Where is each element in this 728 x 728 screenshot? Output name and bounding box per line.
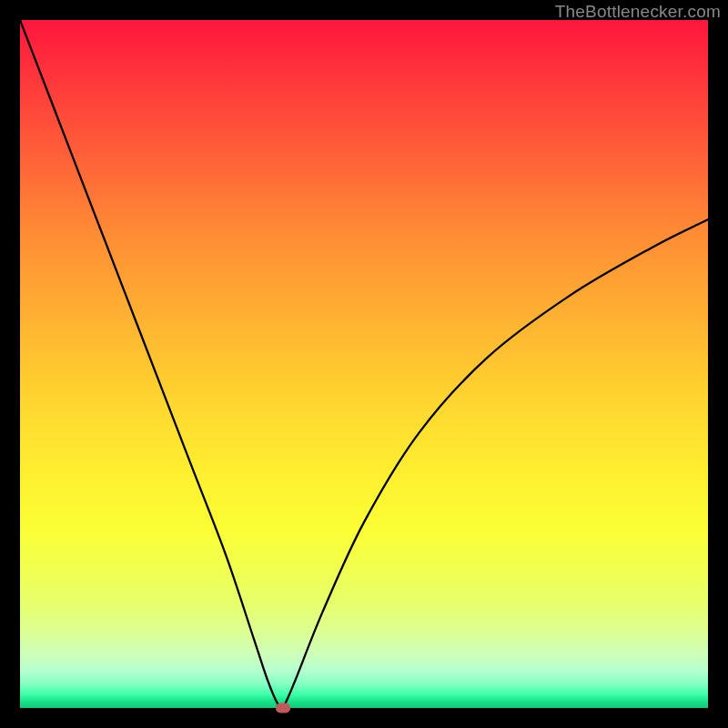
watermark-text: TheBottlenecker.com [555,2,721,22]
chart-frame: TheBottlenecker.com [0,0,728,728]
optimal-marker [276,703,290,713]
bottleneck-curve [20,20,708,708]
plot-area [20,20,708,708]
